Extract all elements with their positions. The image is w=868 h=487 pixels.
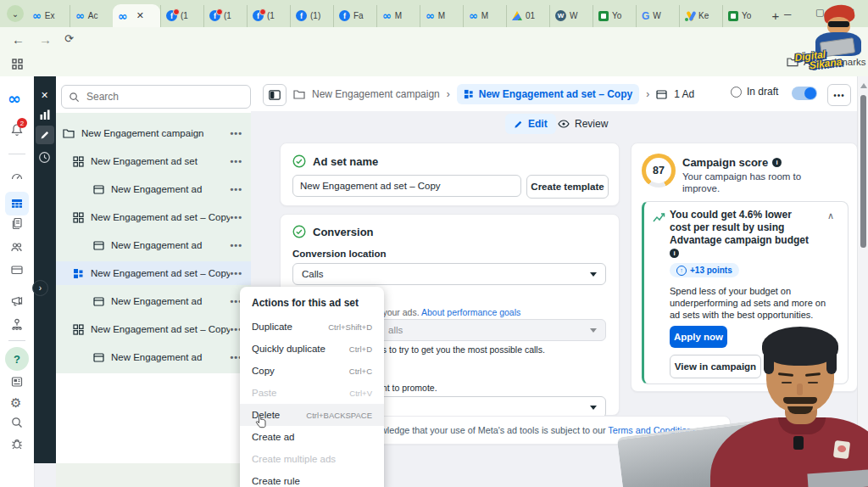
new-tab-button[interactable]: +: [765, 5, 786, 27]
scroll-up-arrow[interactable]: [860, 83, 867, 88]
help-icon[interactable]: ?: [5, 347, 29, 371]
header-more-menu-icon[interactable]: •••: [827, 84, 851, 106]
row-menu-icon[interactable]: •••: [230, 268, 242, 278]
check-circle-icon: [292, 225, 306, 238]
settings-gear-icon[interactable]: ⚙: [10, 395, 24, 409]
audiences-people-icon[interactable]: [10, 240, 24, 254]
browser-tab[interactable]: ∞Ex: [27, 5, 70, 27]
browser-tab[interactable]: f(1: [160, 5, 203, 27]
tree-row-adset[interactable]: New Engagement ad set •••: [56, 149, 251, 173]
toggle-sidebar-icon[interactable]: [263, 84, 287, 106]
browser-tab[interactable]: ∞M: [463, 5, 506, 27]
tab-edit-label: Edit: [528, 118, 548, 130]
tree-row-ad[interactable]: New Engagement ad •••: [56, 345, 251, 369]
report-bug-icon[interactable]: [10, 437, 24, 451]
conversion-location-select[interactable]: Calls: [292, 263, 606, 285]
window-minimize-button[interactable]: –: [784, 6, 791, 20]
reload-icon[interactable]: ⟳: [64, 32, 74, 45]
scrollbar-thumb[interactable]: [860, 95, 866, 248]
browser-tab[interactable]: fFa: [333, 5, 376, 27]
menu-item-duplicate[interactable]: DuplicateCtrl+Shift+D: [240, 316, 384, 338]
apps-grid-icon[interactable]: [12, 59, 23, 70]
browser-tab[interactable]: ∞Ac: [70, 5, 113, 27]
billing-card-icon[interactable]: [10, 263, 24, 277]
browser-tab[interactable]: 01: [506, 5, 549, 27]
notification-badge: 2: [17, 118, 27, 128]
expand-panel-chevron-icon[interactable]: ›: [32, 280, 48, 296]
info-icon[interactable]: i: [772, 158, 782, 167]
terms-link[interactable]: Terms and Conditions.: [608, 425, 698, 435]
tree-row-ad[interactable]: New Engagement ad •••: [56, 177, 251, 201]
info-icon[interactable]: i: [670, 249, 679, 258]
browser-tab[interactable]: f(1: [247, 5, 290, 27]
window-restore-button[interactable]: ▢: [815, 7, 824, 18]
main-scrollbar[interactable]: [857, 76, 868, 487]
browser-tab-active[interactable]: ∞✕: [113, 4, 160, 27]
row-menu-icon[interactable]: •••: [230, 156, 242, 166]
tab-review[interactable]: Review: [558, 114, 608, 134]
browser-tab[interactable]: Yo: [593, 5, 636, 27]
all-bookmarks-button[interactable]: All Bookmarks: [787, 57, 866, 67]
updates-news-icon[interactable]: [10, 375, 24, 389]
tree-row-adset-selected[interactable]: New Engagement ad set – Copy •••: [56, 261, 251, 285]
search-input[interactable]: [85, 90, 215, 104]
history-clock-icon[interactable]: [38, 151, 51, 164]
browser-tab[interactable]: ∞M: [420, 5, 463, 27]
scroll-down-arrow[interactable]: [860, 475, 867, 480]
tab-search-icon[interactable]: ⌄: [7, 5, 24, 22]
view-in-campaign-button[interactable]: View in campaign: [670, 355, 761, 378]
browser-tab[interactable]: ∞M: [376, 5, 420, 27]
row-menu-icon[interactable]: •••: [230, 212, 242, 222]
business-assets-icon[interactable]: [10, 317, 24, 331]
tab-close-icon[interactable]: ✕: [136, 10, 144, 21]
account-overview-gauge-icon[interactable]: [10, 170, 24, 183]
menu-item-quickly-duplicate[interactable]: Quickly duplicateCtrl+D: [240, 338, 384, 360]
row-menu-icon[interactable]: •••: [230, 240, 242, 250]
meta-logo-icon[interactable]: ∞: [8, 89, 21, 108]
score-title: Campaign score: [682, 156, 768, 169]
breadcrumb-campaign[interactable]: New Engagement campaign: [312, 88, 440, 100]
apply-now-button[interactable]: Apply now: [670, 326, 727, 348]
notifications-bell-icon[interactable]: 2: [10, 123, 24, 137]
meta-icon: ∞: [32, 9, 42, 22]
collapse-chevron-icon[interactable]: ∧: [827, 210, 834, 221]
menu-item-create-ad[interactable]: Create ad: [240, 426, 384, 448]
browser-tab[interactable]: Yo: [722, 5, 765, 27]
adset-active-toggle[interactable]: [792, 87, 817, 100]
breadcrumb-ads[interactable]: 1 Ad: [674, 88, 694, 100]
tab-label: (1): [310, 11, 320, 20]
search-icon[interactable]: [10, 416, 24, 429]
adset-name-input[interactable]: [292, 175, 521, 197]
tree-row-ad[interactable]: New Engagement ad •••: [56, 289, 251, 313]
browser-tab[interactable]: GW: [636, 5, 679, 27]
back-icon[interactable]: ←: [12, 32, 25, 47]
tree-row-adset[interactable]: New Engagement ad set – Copy •••: [56, 317, 251, 341]
window-close-button[interactable]: ✕: [846, 6, 855, 19]
forward-icon[interactable]: →: [39, 32, 52, 47]
tree-row-ad[interactable]: New Engagement ad •••: [56, 233, 251, 257]
ads-reporting-pages-icon[interactable]: [10, 216, 24, 230]
chart-bars-icon[interactable]: [39, 109, 51, 120]
browser-tab[interactable]: Ke: [679, 5, 722, 27]
edit-pencil-icon[interactable]: [36, 126, 54, 144]
row-menu-icon[interactable]: •••: [230, 184, 242, 194]
tree-row-campaign[interactable]: New Engagement campaign •••: [56, 121, 251, 145]
menu-item-copy[interactable]: CopyCtrl+C: [240, 360, 384, 382]
browser-tab[interactable]: WW: [549, 5, 593, 27]
campaigns-table-icon[interactable]: [5, 192, 29, 216]
breadcrumb-adset-chip[interactable]: New Engagement ad set – Copy: [457, 84, 639, 104]
menu-item-create-rule[interactable]: Create rule: [240, 470, 384, 487]
row-menu-icon[interactable]: •••: [230, 128, 242, 138]
notification-dot: [259, 8, 266, 15]
about-performance-goals-link[interactable]: About performance goals: [421, 307, 520, 317]
tree-search-input[interactable]: [61, 85, 251, 109]
close-icon[interactable]: ✕: [41, 90, 48, 101]
ads-megaphone-icon[interactable]: [10, 294, 24, 307]
tab-edit[interactable]: Edit: [505, 114, 556, 134]
create-template-button[interactable]: Create template: [526, 175, 609, 199]
chevron-right-icon: ›: [646, 88, 649, 100]
performance-goal-help-text: r your ads. About performance goals: [377, 307, 520, 317]
browser-tab[interactable]: f(1: [203, 5, 247, 27]
browser-tab[interactable]: f(1): [290, 5, 333, 27]
tree-row-adset[interactable]: New Engagement ad set – Copy •••: [56, 205, 251, 229]
